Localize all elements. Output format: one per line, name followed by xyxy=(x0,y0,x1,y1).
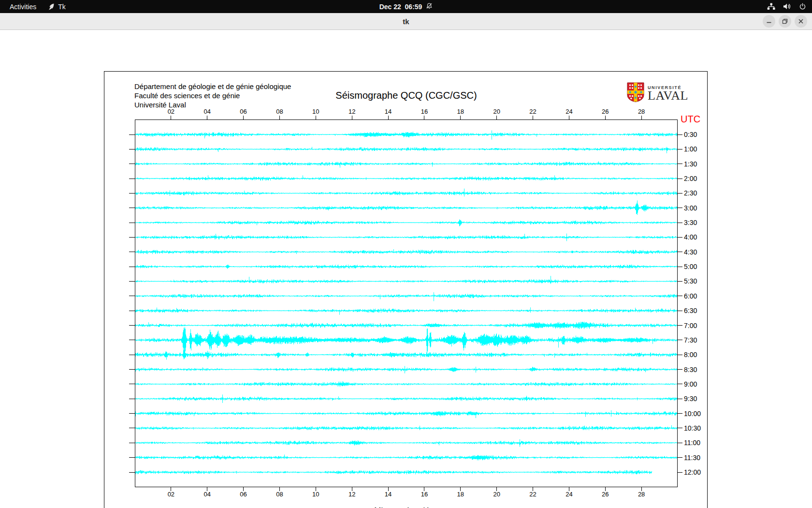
row-tick-right xyxy=(678,413,682,414)
row-tick-right xyxy=(678,325,682,326)
x-tick-label-top: 02 xyxy=(168,108,174,115)
window-titlebar: tk xyxy=(0,13,812,30)
time-row-label: 3:00 xyxy=(684,204,697,212)
x-tick-label-bottom: 12 xyxy=(348,491,355,498)
row-tick-left xyxy=(129,281,135,282)
row-tick-left xyxy=(129,252,135,252)
time-row-label: 10:00 xyxy=(684,410,701,418)
x-axis-title: Minutes écoulées xyxy=(135,506,678,508)
app-content: Département de géologie et de génie géol… xyxy=(0,30,812,508)
x-tick-label-top: 04 xyxy=(203,108,210,115)
x-tick-label-bottom: 18 xyxy=(457,491,464,498)
time-row-label: 5:30 xyxy=(684,277,697,285)
time-row-label: 7:00 xyxy=(684,322,697,329)
x-tick-label-top: 24 xyxy=(566,108,572,115)
x-tick-top xyxy=(460,116,461,120)
x-tick-label-top: 12 xyxy=(348,108,355,115)
row-tick-right xyxy=(678,340,682,340)
x-tick-label-bottom: 10 xyxy=(312,491,319,498)
close-button[interactable] xyxy=(795,15,807,28)
tk-app-menu[interactable]: Tk xyxy=(42,0,72,13)
row-tick-right xyxy=(678,193,682,194)
x-tick-top xyxy=(424,116,424,120)
x-tick-top xyxy=(569,116,569,120)
row-tick-right xyxy=(678,267,682,267)
time-row-label: 7:30 xyxy=(684,336,697,344)
row-tick-left xyxy=(129,325,135,326)
x-tick-label-bottom: 04 xyxy=(203,491,210,498)
row-tick-right xyxy=(678,149,682,149)
row-tick-right xyxy=(678,384,682,384)
time-row-label: 4:30 xyxy=(684,248,697,256)
row-tick-right xyxy=(678,369,682,370)
activities-button[interactable]: Activities xyxy=(4,0,42,13)
x-tick-label-bottom: 26 xyxy=(602,491,609,498)
row-tick-left xyxy=(129,237,135,238)
x-tick-label-top: 20 xyxy=(493,108,500,115)
time-row-label: 8:30 xyxy=(684,366,697,374)
x-tick-top xyxy=(316,116,316,120)
x-tick-label-bottom: 14 xyxy=(385,491,392,498)
row-tick-right xyxy=(678,311,682,311)
row-tick-right xyxy=(678,237,682,238)
row-tick-right xyxy=(678,252,682,252)
row-tick-left xyxy=(129,369,135,370)
row-tick-left xyxy=(129,193,135,194)
row-tick-left xyxy=(129,296,135,296)
row-tick-right xyxy=(678,223,682,223)
laval-shield-icon xyxy=(627,82,644,104)
time-row-label: 2:30 xyxy=(684,189,697,197)
row-tick-right xyxy=(678,443,682,443)
time-row-label: 6:30 xyxy=(684,307,697,314)
x-tick-label-top: 28 xyxy=(638,108,645,115)
x-tick-top xyxy=(533,116,533,120)
row-tick-left xyxy=(129,355,135,355)
row-tick-left xyxy=(129,384,135,384)
row-tick-right xyxy=(678,428,682,428)
x-tick-label-bottom: 06 xyxy=(240,491,246,498)
row-tick-right xyxy=(678,399,682,399)
row-tick-right xyxy=(678,296,682,296)
time-row-label: 1:30 xyxy=(684,160,697,168)
time-row-label: 3:30 xyxy=(684,219,697,226)
x-tick-label-bottom: 16 xyxy=(421,491,428,498)
maximize-button[interactable] xyxy=(779,15,791,28)
x-tick-label-top: 26 xyxy=(602,108,609,115)
row-tick-right xyxy=(678,134,682,135)
x-tick-label-top: 14 xyxy=(385,108,392,115)
time-row-label: 6:00 xyxy=(684,292,697,300)
time-row-label: 1:00 xyxy=(684,145,697,153)
tk-feather-icon xyxy=(48,3,55,11)
x-tick-label-bottom: 22 xyxy=(529,491,536,498)
x-tick-label-top: 06 xyxy=(240,108,246,115)
row-tick-left xyxy=(129,179,135,179)
x-tick-top xyxy=(243,116,244,120)
x-tick-top xyxy=(207,116,207,120)
clock-button[interactable]: Dec 22 06:59 xyxy=(374,0,439,13)
row-tick-right xyxy=(678,208,682,208)
x-tick-top xyxy=(279,116,280,120)
x-tick-top xyxy=(171,116,171,120)
x-tick-label-top: 18 xyxy=(457,108,464,115)
laval-wordmark: UNIVERSITÉ LAVAL xyxy=(648,85,688,102)
time-row-label: 11:00 xyxy=(684,439,700,447)
network-wired-icon xyxy=(767,3,775,10)
laval-logo: UNIVERSITÉ LAVAL xyxy=(627,82,688,104)
power-icon xyxy=(799,3,806,10)
clock-label: Dec 22 06:59 xyxy=(379,3,422,11)
chart-title: Séismographe QCQ (CGC/GSC) xyxy=(135,90,678,101)
x-tick-label-top: 10 xyxy=(312,108,319,115)
row-tick-left xyxy=(129,399,135,399)
top-bar: Activities Tk Dec 22 06:59 xyxy=(0,0,812,13)
trace-canvas xyxy=(135,120,677,487)
time-row-label: 9:00 xyxy=(684,380,697,388)
row-tick-left xyxy=(129,164,135,164)
system-status-area[interactable] xyxy=(767,0,812,13)
row-tick-left xyxy=(129,267,135,267)
minimize-button[interactable] xyxy=(763,15,775,28)
row-tick-right xyxy=(678,281,682,282)
time-row-label: 8:00 xyxy=(684,351,697,359)
notifications-disabled-icon xyxy=(425,2,433,11)
time-row-label: 11:30 xyxy=(684,454,700,462)
row-tick-left xyxy=(129,428,135,428)
